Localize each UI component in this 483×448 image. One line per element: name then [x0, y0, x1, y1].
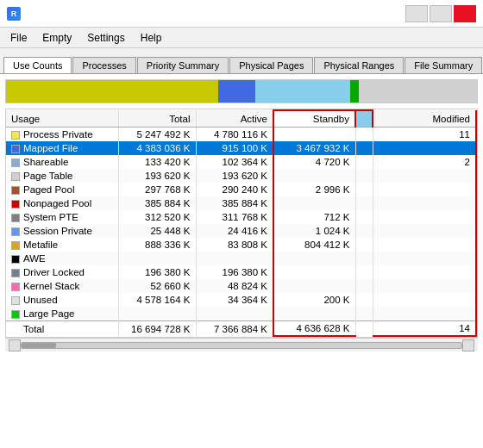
cell-standby-indicator: [355, 238, 373, 252]
usage-swatch: [11, 269, 20, 277]
memory-segment: [359, 80, 477, 103]
cell-active: 290 240 K: [196, 183, 273, 196]
cell-standby: 712 K: [273, 210, 355, 224]
tab-priority-summary[interactable]: Priority Summary: [137, 57, 229, 73]
table-wrapper: Usage Total Active Standby Modified Proc…: [5, 109, 478, 338]
usage-label: System PTE: [23, 212, 78, 222]
cell-usage: Shareable: [6, 155, 118, 169]
cell-modified: [373, 293, 476, 307]
table-row[interactable]: Unused4 578 164 K34 364 K200 K: [6, 293, 476, 307]
table-row[interactable]: Large Page: [6, 307, 476, 321]
cell-total: 297 768 K: [118, 183, 196, 196]
usage-label: Shareable: [23, 157, 68, 167]
cell-standby-indicator: [355, 141, 373, 155]
tab-physical-ranges[interactable]: Physical Ranges: [314, 57, 404, 73]
table-row[interactable]: Nonpaged Pool385 884 K385 884 K: [6, 196, 476, 210]
cell-total: 4 578 164 K: [118, 293, 196, 307]
table-row[interactable]: Driver Locked196 380 K196 380 K: [6, 265, 476, 279]
memory-segment: [218, 80, 256, 103]
cell-usage: Unused: [6, 293, 118, 307]
tab-file-summary[interactable]: File Summary: [405, 57, 482, 73]
cell-standby-indicator: [355, 128, 373, 142]
cell-modified: 14: [373, 321, 476, 337]
table-row[interactable]: System PTE312 520 K311 768 K712 K: [6, 210, 476, 224]
table-row[interactable]: Session Private25 448 K24 416 K1 024 K: [6, 224, 476, 238]
table-row[interactable]: Kernel Stack52 660 K48 824 K: [6, 279, 476, 293]
title-bar: R: [0, 0, 483, 28]
cell-modified: 11: [373, 128, 476, 142]
usage-label: AWE: [23, 253, 46, 264]
cell-active: 311 768 K: [196, 210, 273, 224]
cell-active: 385 884 K: [196, 196, 273, 210]
close-button[interactable]: [454, 5, 476, 22]
cell-active: [196, 307, 273, 321]
scroll-right-button[interactable]: [462, 339, 474, 352]
cell-modified: [373, 224, 476, 238]
cell-standby-indicator: [355, 196, 373, 210]
cell-usage: Driver Locked: [6, 265, 118, 279]
memory-segment: [255, 80, 349, 103]
col-total: Total: [118, 110, 196, 128]
maximize-button[interactable]: [430, 5, 452, 22]
table-row[interactable]: Shareable133 420 K102 364 K4 720 K2: [6, 155, 476, 169]
menu-item-empty[interactable]: Empty: [35, 30, 78, 46]
usage-label: Unused: [23, 295, 58, 305]
cell-total: 888 336 K: [118, 238, 196, 252]
table-row[interactable]: Mapped File4 383 036 K915 100 K3 467 932…: [6, 141, 476, 155]
memory-segment: [6, 80, 218, 103]
col-standby: Standby: [273, 110, 355, 128]
usage-label: Process Private: [23, 129, 93, 140]
usage-label: Nonpaged Pool: [23, 198, 91, 208]
memory-bar: [5, 79, 478, 103]
cell-standby-indicator: [355, 279, 373, 293]
cell-standby: 2 996 K: [273, 183, 355, 196]
cell-standby: [273, 169, 355, 183]
minimize-button[interactable]: [405, 5, 428, 22]
table-row[interactable]: Paged Pool297 768 K290 240 K2 996 K: [6, 183, 476, 196]
cell-active: 196 380 K: [196, 265, 273, 279]
menu-bar: FileEmptySettingsHelp: [0, 28, 483, 48]
table-total-row[interactable]: Total16 694 728 K7 366 884 K4 636 628 K1…: [6, 321, 476, 337]
col-modified: Modified: [373, 110, 476, 128]
menu-item-settings[interactable]: Settings: [80, 30, 131, 46]
usage-swatch: [11, 131, 20, 140]
usage-swatch: [11, 145, 20, 153]
cell-usage: Kernel Stack: [6, 279, 118, 293]
usage-swatch: [11, 200, 20, 208]
cell-active: 193 620 K: [196, 169, 273, 183]
usage-swatch: [11, 159, 20, 167]
cell-total: [118, 252, 196, 265]
cell-standby-indicator: [355, 265, 373, 279]
main-content: Usage Total Active Standby Modified Proc…: [0, 74, 483, 448]
cell-standby: 3 467 932 K: [273, 141, 355, 155]
cell-total: 16 694 728 K: [118, 321, 196, 337]
table-row[interactable]: Metafile888 336 K83 808 K804 412 K: [6, 238, 476, 252]
cell-usage: Nonpaged Pool: [6, 196, 118, 210]
horizontal-scrollbar[interactable]: [5, 338, 478, 352]
cell-usage: System PTE: [6, 210, 118, 224]
cell-total: 5 247 492 K: [118, 128, 196, 142]
usage-swatch: [11, 310, 20, 319]
scrollbar-thumb[interactable]: [22, 343, 56, 348]
scroll-left-button[interactable]: [9, 339, 21, 352]
table-row[interactable]: AWE: [6, 252, 476, 265]
cell-standby: [273, 196, 355, 210]
title-bar-left: R: [7, 7, 28, 21]
col-usage: Usage: [6, 110, 118, 128]
table-row[interactable]: Page Table193 620 K193 620 K: [6, 169, 476, 183]
usage-label: Large Page: [23, 308, 74, 319]
scrollbar-track[interactable]: [21, 342, 462, 349]
tab-processes[interactable]: Processes: [72, 57, 135, 73]
usage-label: Mapped File: [23, 143, 78, 153]
menu-item-help[interactable]: Help: [134, 30, 169, 46]
cell-usage: Process Private: [6, 128, 118, 142]
cell-total: 312 520 K: [118, 210, 196, 224]
cell-total: 193 620 K: [118, 169, 196, 183]
cell-total: 133 420 K: [118, 155, 196, 169]
tab-use-counts[interactable]: Use Counts: [3, 57, 72, 74]
menu-item-file[interactable]: File: [3, 30, 34, 46]
table-row[interactable]: Process Private5 247 492 K4 780 116 K11: [6, 128, 476, 142]
cell-total: 52 660 K: [118, 279, 196, 293]
tab-physical-pages[interactable]: Physical Pages: [229, 57, 313, 73]
col-standby2: [355, 110, 373, 128]
